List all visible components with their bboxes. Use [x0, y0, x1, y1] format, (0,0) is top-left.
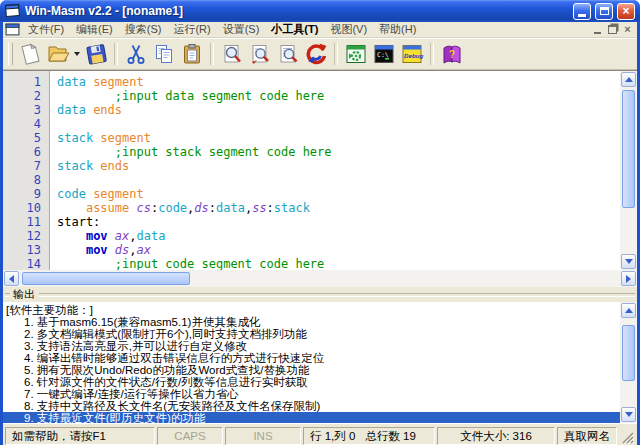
arrow-right-icon	[626, 275, 631, 283]
paste-button[interactable]	[178, 41, 206, 67]
output-line[interactable]: [软件主要功能：]	[3, 304, 620, 316]
mdi-restore-icon	[608, 25, 617, 34]
menu-bar: 文件(F) 编辑(E) 搜索(S) 运行(R) 设置(S) 小工具(T) 视图(…	[3, 22, 637, 38]
output-line[interactable]: 5. 拥有无限次Undo/Redo的功能及Word式查找/替换功能	[3, 364, 620, 376]
scroll-right-button[interactable]	[621, 271, 636, 286]
close-icon: ×	[622, 5, 629, 17]
toolbar-grip[interactable]	[8, 43, 13, 65]
mdi-restore-button[interactable]	[605, 24, 620, 36]
chevron-down-icon	[74, 52, 80, 56]
resize-grip-icon	[619, 427, 635, 445]
vertical-scroll-thumb[interactable]	[622, 90, 635, 208]
output-header: 输出	[3, 287, 637, 302]
build-button[interactable]	[342, 41, 370, 67]
debug-button[interactable]: Debug	[398, 41, 426, 67]
editor-line[interactable]: 12 mov ax,data	[3, 229, 620, 243]
minimize-button[interactable]	[573, 3, 591, 20]
editor-line[interactable]: 9code segment	[3, 187, 620, 201]
menu-search[interactable]: 搜索(S)	[119, 22, 168, 37]
scroll-left-button[interactable]	[4, 271, 19, 286]
help-glyph: ?	[449, 49, 455, 60]
replace-button[interactable]	[302, 41, 330, 67]
horizontal-scroll-thumb[interactable]	[22, 272, 190, 285]
build-icon	[344, 42, 368, 66]
help-button[interactable]: ?	[438, 41, 466, 67]
output-line[interactable]: 2. 多文档编辑模式(限制打开6个),同时支持文档排列功能	[3, 328, 620, 340]
output-line[interactable]: 8. 支持中文路径及长文件名(无安装路径及文件名保存限制)	[3, 400, 620, 412]
editor-line[interactable]: 14 ;input code segment code here	[3, 257, 620, 270]
editor-horizontal-scrollbar[interactable]	[3, 270, 637, 287]
output-line[interactable]: 1. 基于masm6.15(兼容masm5.1)并使其集成化	[3, 316, 620, 328]
editor-line[interactable]: 1data segment	[3, 75, 620, 89]
arrow-down-icon	[625, 412, 633, 417]
editor-line[interactable]: 3data ends	[3, 103, 620, 117]
open-file-button[interactable]	[44, 41, 72, 67]
scroll-down-button[interactable]	[621, 254, 636, 269]
line-number: 14	[3, 257, 49, 270]
output-vertical-scrollbar[interactable]	[620, 302, 637, 423]
editor-line[interactable]: 6 ;input stack segment code here	[3, 145, 620, 159]
editor-line[interactable]: 2 ;input data segment code here	[3, 89, 620, 103]
mdi-minimize-button[interactable]	[590, 24, 605, 36]
editor-vertical-scrollbar[interactable]	[620, 71, 637, 270]
status-total-lines: 总行数 19	[365, 429, 416, 444]
menu-settings[interactable]: 设置(S)	[217, 22, 266, 37]
code-text: mov ax,data	[49, 229, 165, 243]
output-line[interactable]: 7. 一键式编译/连接/运行等操作以省力省心	[3, 388, 620, 400]
paste-icon	[180, 42, 204, 66]
output-line-selected[interactable]: 9. 支持最近文件(即历史文件)的功能	[3, 412, 620, 423]
code-text: stack ends	[49, 159, 129, 173]
output-line[interactable]: 3. 支持语法高亮显示,并可以进行自定义修改	[3, 340, 620, 352]
menu-edit[interactable]: 编辑(E)	[70, 22, 119, 37]
vertical-scroll-thumb[interactable]	[622, 325, 635, 381]
copy-button[interactable]	[150, 41, 178, 67]
open-dropdown-button[interactable]	[72, 41, 82, 67]
line-number: 11	[3, 215, 49, 229]
mdi-close-icon: ×	[624, 24, 630, 35]
command-prompt-button[interactable]: C:\	[370, 41, 398, 67]
output-list[interactable]: [软件主要功能：]1. 基于masm6.15(兼容masm5.1)并使其集成化2…	[3, 302, 620, 423]
menu-tools[interactable]: 小工具(T)	[265, 22, 324, 37]
line-number: 1	[3, 75, 49, 89]
scroll-up-button[interactable]	[621, 303, 636, 318]
status-position: 行 1,列 0 总行数 19	[303, 427, 435, 445]
find-in-files-button[interactable]	[274, 41, 302, 67]
new-file-button[interactable]	[16, 41, 44, 67]
save-file-button[interactable]	[82, 41, 110, 67]
code-text: data ends	[49, 103, 122, 117]
editor-lines[interactable]: 1data segment2 ;input data segment code …	[3, 71, 620, 270]
maximize-button[interactable]	[595, 3, 613, 20]
line-number: 5	[3, 131, 49, 145]
close-button[interactable]: ×	[617, 3, 635, 20]
find-next-button[interactable]	[246, 41, 274, 67]
arrow-down-icon	[625, 259, 633, 264]
editor-line[interactable]: 13 mov ds,ax	[3, 243, 620, 257]
mdi-close-button[interactable]: ×	[620, 24, 635, 36]
scroll-down-button[interactable]	[621, 407, 636, 422]
editor-line[interactable]: 11start:	[3, 215, 620, 229]
editor-line[interactable]: 5stack segment	[3, 131, 620, 145]
divider	[39, 293, 635, 297]
line-number: 3	[3, 103, 49, 117]
output-panel: [软件主要功能：]1. 基于masm6.15(兼容masm5.1)并使其集成化2…	[3, 302, 637, 423]
menu-help[interactable]: 帮助(H)	[373, 22, 422, 37]
menu-file[interactable]: 文件(F)	[22, 22, 70, 37]
app-body: 文件(F) 编辑(E) 搜索(S) 运行(R) 设置(S) 小工具(T) 视图(…	[3, 22, 637, 442]
menu-run[interactable]: 运行(R)	[167, 22, 216, 37]
mdi-document-icon[interactable]	[5, 23, 20, 36]
editor-line[interactable]: 8	[3, 173, 620, 187]
maximize-icon	[600, 7, 609, 15]
find-button[interactable]	[218, 41, 246, 67]
editor-line[interactable]: 10 assume cs:code,ds:data,ss:stack	[3, 201, 620, 215]
code-text: assume cs:code,ds:data,ss:stack	[49, 201, 310, 215]
output-line[interactable]: 4. 编译出错时能够通过双击错误信息行的方式进行快速定位	[3, 352, 620, 364]
title-bar[interactable]: Win-Masm v2.2 - [noname1] ×	[0, 0, 640, 22]
resize-grip[interactable]	[619, 427, 635, 445]
scroll-up-button[interactable]	[621, 72, 636, 87]
editor-line[interactable]: 7stack ends	[3, 159, 620, 173]
open-file-icon	[46, 42, 70, 66]
editor-line[interactable]: 4	[3, 117, 620, 131]
menu-view[interactable]: 视图(V)	[324, 22, 373, 37]
cut-button[interactable]	[122, 41, 150, 67]
output-line[interactable]: 6. 针对源文件的文件状态/行数/列数等信息进行实时获取	[3, 376, 620, 388]
